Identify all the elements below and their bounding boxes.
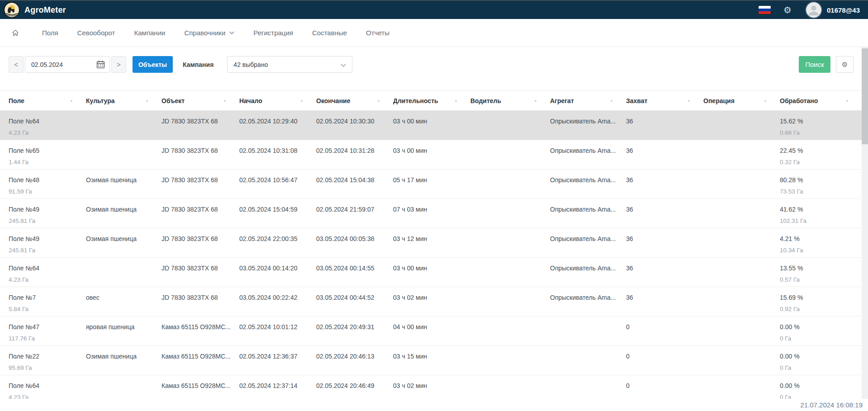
cell-field: Поле №48 91.59 Га: [9, 170, 86, 198]
cell-culture: овес: [86, 287, 161, 316]
sort-arrow-icon[interactable]: ▲: [764, 99, 767, 103]
column-header[interactable]: Начало ▲: [239, 97, 316, 104]
cell-start: 02.05.2024 22:00:35: [239, 228, 316, 257]
date-input[interactable]: [25, 61, 96, 68]
column-header[interactable]: Культура ▲: [86, 97, 161, 104]
language-flag-russia-icon[interactable]: [759, 6, 771, 14]
column-header-label: Водитель: [470, 97, 501, 104]
table-row[interactable]: Поле №65 1.44 Га JD 7830 3823TX 68 02.05…: [0, 140, 862, 170]
table-row[interactable]: Поле №7 5.84 Га овес JD 7830 3823TX 68 0…: [0, 287, 862, 317]
nav-item-spravochniki[interactable]: Справочники: [184, 29, 234, 37]
cell-processed: 0.00 % 0 Га: [780, 317, 862, 345]
prev-date-button[interactable]: <: [9, 56, 24, 73]
cell-operation: [703, 375, 780, 399]
cell-duration: 03 ч 15 мин: [393, 346, 470, 375]
sort-arrow-icon[interactable]: ▲: [223, 99, 227, 103]
cell-aggregate: [550, 346, 626, 375]
column-header-label: Операция: [703, 97, 735, 104]
cell-duration: 03 ч 02 мин: [393, 375, 470, 399]
sort-arrow-icon[interactable]: ▲: [300, 99, 304, 103]
column-header[interactable]: Водитель ▲: [470, 97, 550, 104]
cell-object: JD 7830 3823TX 68: [161, 199, 239, 228]
sort-arrow-icon[interactable]: ▲: [70, 99, 73, 103]
column-header-label: Агрегат: [550, 97, 574, 104]
column-header-label: Объект: [161, 97, 185, 104]
cell-culture: Озимая пшеница: [86, 199, 161, 228]
table-row[interactable]: Поле №64 4.23 Га JD 7830 3823TX 68 02.05…: [0, 111, 862, 140]
grid-settings-button[interactable]: ⚙: [836, 56, 854, 73]
scrollbar-thumb[interactable]: [862, 48, 868, 144]
sort-arrow-icon[interactable]: ▲: [845, 99, 849, 103]
nav-item-polya[interactable]: Поля: [42, 29, 58, 37]
cell-culture: [86, 258, 161, 287]
sort-arrow-icon[interactable]: ▲: [687, 99, 691, 103]
search-button[interactable]: Поиск: [799, 56, 830, 73]
table-row[interactable]: Поле №49 245.81 Га Озимая пшеница JD 783…: [0, 199, 862, 228]
column-header[interactable]: Окончание ▲: [316, 97, 393, 104]
next-date-button[interactable]: >: [111, 56, 126, 73]
home-icon[interactable]: [11, 29, 19, 37]
table-body: Поле №64 4.23 Га JD 7830 3823TX 68 02.05…: [0, 111, 862, 399]
table-row[interactable]: Поле №64 4.23 Га JD 7830 3823TX 68 03.05…: [0, 258, 862, 287]
cell-duration: 07 ч 03 мин: [393, 199, 470, 228]
nav-item-sevooborot[interactable]: Севооборот: [77, 29, 115, 37]
cell-field: Поле №47 117.76 Га: [9, 317, 86, 345]
cell-duration: 03 ч 00 мин: [393, 258, 470, 287]
cell-start: 03.05.2024 00:14:20: [239, 258, 316, 287]
calendar-icon[interactable]: [96, 60, 105, 69]
cell-driver: [470, 111, 550, 140]
column-header[interactable]: Захват ▲: [626, 97, 703, 104]
operations-table: Поле ▲ Культура ▲ Объект ▲ Начало ▲ Окон…: [0, 90, 862, 399]
column-header[interactable]: Обработано ▲: [780, 97, 862, 104]
column-header[interactable]: Объект ▲: [161, 97, 239, 104]
cell-duration: 03 ч 12 мин: [393, 228, 470, 257]
cell-culture: [86, 140, 161, 169]
cell-object: JD 7830 3823TX 68: [161, 258, 239, 287]
nav-item-label: Справочники: [184, 29, 225, 37]
cell-aggregate: Опрыскиватель Ama...: [550, 140, 626, 169]
column-header[interactable]: Агрегат ▲: [550, 97, 626, 104]
nav-item-registraciya[interactable]: Регистрация: [253, 29, 293, 37]
nav-item-sostavnye[interactable]: Составные: [312, 29, 347, 37]
cell-object: Камаз 65115 О928МС...: [161, 317, 239, 345]
cell-duration: 04 ч 00 мин: [393, 317, 470, 345]
campaign-toggle-button[interactable]: Кампания: [179, 56, 217, 73]
cell-field: Поле №64 4.23 Га: [9, 111, 86, 140]
cell-aggregate: Опрыскиватель Ama...: [550, 258, 626, 287]
column-header[interactable]: Поле ▲: [9, 97, 86, 104]
cell-operation: [703, 346, 780, 375]
sort-arrow-icon[interactable]: ▲: [454, 99, 458, 103]
table-row[interactable]: Поле №22 95.69 Га Озимая пшеница Камаз 6…: [0, 346, 862, 375]
cell-operation: [703, 199, 780, 228]
cell-start: 02.05.2024 12:37:14: [239, 375, 316, 399]
cell-aggregate: [550, 375, 626, 399]
column-header-label: Культура: [86, 97, 115, 104]
column-header-label: Окончание: [316, 97, 350, 104]
vertical-scrollbar[interactable]: [862, 47, 868, 399]
column-header[interactable]: Длительность ▲: [393, 97, 470, 104]
objects-select[interactable]: 42 выбрано: [227, 56, 352, 73]
sort-arrow-icon[interactable]: ▲: [145, 99, 149, 103]
cell-driver: [470, 346, 550, 375]
settings-gear-icon[interactable]: ⚙: [783, 5, 792, 14]
column-header[interactable]: Операция ▲: [703, 97, 780, 104]
cell-duration: 03 ч 00 мин: [393, 111, 470, 140]
cell-culture: яровая пшеница: [86, 317, 161, 345]
table-row[interactable]: Поле №49 245.81 Га Озимая пшеница JD 783…: [0, 228, 862, 258]
nav-item-label: Поля: [42, 29, 58, 37]
user-id[interactable]: 01678@43: [827, 6, 860, 14]
sort-arrow-icon[interactable]: ▲: [610, 99, 613, 103]
objects-toggle-button[interactable]: Объекты: [133, 56, 173, 73]
cell-aggregate: Опрыскиватель Ama...: [550, 199, 626, 228]
table-row[interactable]: Поле №48 91.59 Га Озимая пшеница JD 7830…: [0, 170, 862, 199]
avatar[interactable]: [806, 2, 821, 18]
nav-item-otchety[interactable]: Отчеты: [366, 29, 389, 37]
sort-arrow-icon[interactable]: ▲: [377, 99, 380, 103]
sort-arrow-icon[interactable]: ▲: [534, 99, 537, 103]
cell-duration: 05 ч 17 мин: [393, 170, 470, 198]
column-header-label: Длительность: [393, 97, 438, 104]
column-header-label: Обработано: [780, 97, 818, 104]
table-row[interactable]: Поле №47 117.76 Га яровая пшеница Камаз …: [0, 317, 862, 346]
table-row[interactable]: Поле №64 4.23 Га Камаз 65115 О928МС... 0…: [0, 375, 862, 399]
nav-item-kampanii[interactable]: Кампании: [134, 29, 166, 37]
